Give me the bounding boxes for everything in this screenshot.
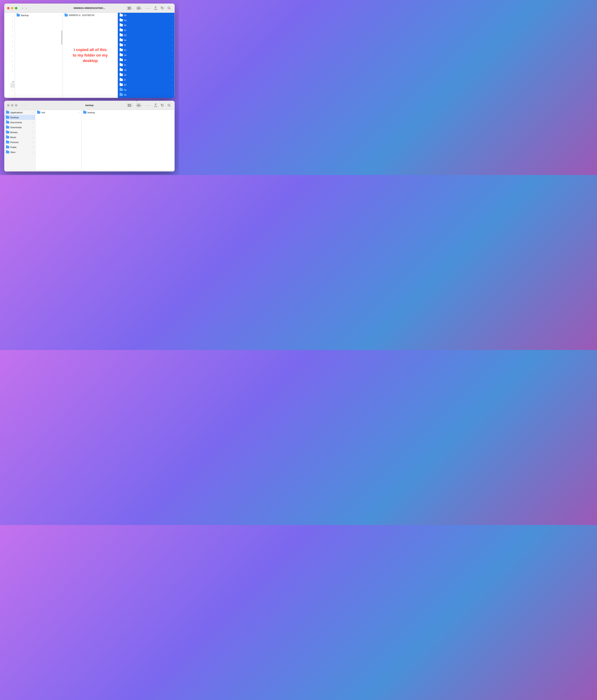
left-chevron-item11[interactable]: › xyxy=(12,64,13,69)
folder-0b-label: 0b xyxy=(124,24,126,27)
folder-1d[interactable]: 1d › xyxy=(118,67,174,72)
forward-button[interactable]: › xyxy=(25,6,28,10)
left-chevron-item10[interactable]: › xyxy=(12,58,13,64)
close-button-bottom[interactable] xyxy=(7,104,9,106)
left-chevron-item8[interactable]: › xyxy=(12,49,13,53)
folder-1a-label: 1a xyxy=(124,54,126,56)
more-options-button[interactable]: ··· ⌄ xyxy=(145,6,151,10)
folder-1a[interactable]: 1a › xyxy=(118,52,174,57)
folder-01[interactable]: 01 › xyxy=(118,48,174,52)
left-chevron-item4[interactable]: › xyxy=(12,29,13,34)
folder-1a-chevron: › xyxy=(172,54,173,56)
backup-dest-folder-item[interactable]: backup › xyxy=(81,110,174,115)
pictures-folder-icon xyxy=(6,141,9,144)
tag-button[interactable] xyxy=(160,6,165,10)
left-chevron-item[interactable]: › xyxy=(12,14,13,19)
left-chevron-bottom1[interactable]: › xyxy=(10,83,15,88)
public-folder-icon xyxy=(6,146,9,148)
folder-1c[interactable]: 1c › xyxy=(118,62,174,67)
backup-folder-item[interactable]: Backup › xyxy=(15,13,63,18)
sidebar-item-documents[interactable]: Documents › xyxy=(4,120,35,125)
sidebar-item-public[interactable]: Public › xyxy=(4,145,35,150)
sidebar-item-desktop[interactable]: Desktop › xyxy=(4,115,35,120)
desktop-label: Desktop xyxy=(10,116,19,119)
folder-2a-icon xyxy=(120,89,123,91)
window-title-bottom: backup xyxy=(86,104,94,106)
svg-line-9 xyxy=(170,8,170,9)
tag-icon xyxy=(161,6,164,10)
svg-line-19 xyxy=(170,106,170,106)
tag-button-bottom[interactable] xyxy=(160,103,165,108)
ellipsis-icon-bottom: ··· xyxy=(146,104,148,107)
sidebar-item-applications[interactable]: Applications › xyxy=(4,110,35,115)
left-chevron-item5[interactable]: › xyxy=(12,34,13,39)
folder-0d[interactable]: 0d › xyxy=(118,33,174,38)
folder-0c[interactable]: 0c › xyxy=(118,28,174,33)
view-switcher-button-bottom[interactable]: ⌄ xyxy=(126,103,134,108)
toolbar-right-top: ⌄ ⌄ ··· ⌄ xyxy=(126,6,172,10)
left-chevron-item7[interactable]: › xyxy=(12,44,13,49)
sidebar-item-movies[interactable]: Movies › xyxy=(4,130,35,135)
folder-2b[interactable]: 2b › xyxy=(118,92,174,97)
left-chevron-item9[interactable]: › xyxy=(12,53,13,58)
more-options-button-bottom[interactable]: ··· ⌄ xyxy=(145,103,151,107)
left-chevron-item3[interactable]: › xyxy=(12,24,13,29)
column-mvt: mvt › xyxy=(35,110,81,170)
columns-view-icon-bottom xyxy=(127,104,131,107)
search-button-bottom[interactable] xyxy=(166,103,172,108)
minimize-button[interactable] xyxy=(11,7,14,9)
close-button[interactable] xyxy=(7,7,9,9)
left-chevron-bottom2[interactable]: › xyxy=(12,88,13,93)
folder-0b[interactable]: 0b › xyxy=(118,23,174,28)
left-chevron-item2[interactable]: › xyxy=(12,19,13,24)
folder-02[interactable]: 02 › xyxy=(118,82,174,87)
maximize-button-bottom[interactable] xyxy=(15,104,17,106)
share-button[interactable] xyxy=(153,6,158,10)
uuid-folder-item[interactable]: 00008101-0...1010782C3A › xyxy=(63,13,118,18)
folder-1e[interactable]: 1e › xyxy=(118,72,174,77)
svg-rect-14 xyxy=(139,104,140,105)
scrollbar-thumb-col1[interactable] xyxy=(61,30,62,45)
folder-0e-label: 0e xyxy=(124,39,126,42)
movies-chevron: › xyxy=(33,131,33,133)
left-chevron-item6[interactable]: › xyxy=(12,39,13,44)
folder-0f-label: 0f xyxy=(124,44,126,47)
folder-1b[interactable]: 1b › xyxy=(118,57,174,62)
forward-button-bottom[interactable]: › xyxy=(25,103,28,108)
folder-0a[interactable]: 0a › xyxy=(118,18,174,23)
folder-0f[interactable]: 0f › xyxy=(118,43,174,48)
folder-00[interactable]: 00 › xyxy=(118,13,174,18)
folder-2c[interactable]: 2c › xyxy=(118,97,174,98)
folder-1f[interactable]: 1f › xyxy=(118,77,174,82)
col-resize-handle-bottom-1[interactable] xyxy=(20,171,20,172)
back-button-bottom[interactable]: ‹ xyxy=(21,103,24,108)
grid-view-button-bottom[interactable]: ⌄ xyxy=(136,103,143,108)
minimize-button-bottom[interactable] xyxy=(11,104,14,106)
finder-body-top: › › › › › › › › › › › › nt › › xyxy=(4,13,175,98)
folder-1b-chevron: › xyxy=(172,59,173,61)
applications-label: Applications xyxy=(10,111,23,114)
share-button-bottom[interactable] xyxy=(153,103,158,108)
folder-00-chevron: › xyxy=(172,14,173,16)
mvt-folder-item[interactable]: mvt › xyxy=(35,110,81,115)
col-footer-bottom-2 xyxy=(35,170,81,172)
sidebar-item-music[interactable]: Music › xyxy=(4,135,35,140)
folder-00-label: 00 xyxy=(124,14,126,17)
search-icon xyxy=(168,6,171,10)
search-button[interactable] xyxy=(166,6,172,10)
back-button[interactable]: ‹ xyxy=(21,6,24,10)
sidebar-item-pictures[interactable]: Pictures › xyxy=(4,140,35,145)
maximize-button[interactable] xyxy=(15,7,17,9)
col-resize-handle-bottom-3[interactable] xyxy=(128,171,128,172)
col-resize-handle-bottom-2[interactable] xyxy=(58,171,58,172)
folder-0e[interactable]: 0e › xyxy=(118,38,174,43)
sidebar-item-sites[interactable]: Sites › xyxy=(4,150,35,155)
share-icon-bottom xyxy=(154,103,157,107)
folder-0b-chevron: › xyxy=(172,24,173,26)
grid-view-button[interactable]: ⌄ xyxy=(136,6,143,10)
folder-2a[interactable]: 2a › xyxy=(118,87,174,92)
view-switcher-button[interactable]: ⌄ xyxy=(126,6,134,10)
left-chevron-item12[interactable]: › xyxy=(12,69,13,73)
sidebar-item-downloads[interactable]: Downloads › xyxy=(4,125,35,130)
svg-rect-2 xyxy=(130,7,131,9)
